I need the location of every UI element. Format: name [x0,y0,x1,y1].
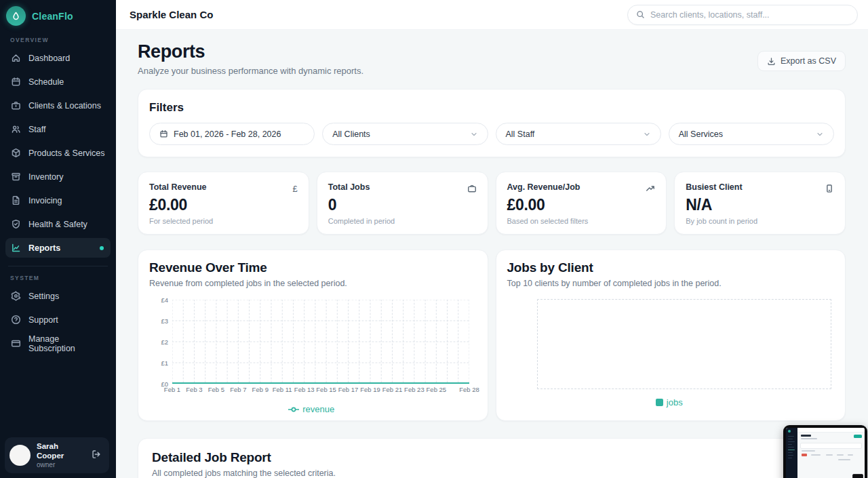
stat-card-busiest-client: Busiest Client N/A By job count in perio… [674,172,846,235]
user-role: owner [37,461,84,470]
search-icon [636,10,645,19]
empty-bar-chart-area [537,299,832,389]
section-label-system: SYSTEM [10,275,116,281]
sidebar-item-label: Health & Safety [28,220,87,229]
stats-row: Total Revenue £ £0.00 For selected perio… [138,172,846,235]
sidebar-item-label: Invoicing [28,196,62,205]
app-window: CleanFlo OVERVIEW Dashboard Schedule Cli… [0,0,868,478]
mini-app-screenshot [786,428,865,478]
gear-icon [11,291,21,301]
chevron-down-icon [643,130,651,138]
chart-subtitle: Top 10 clients by number of completed jo… [507,279,832,288]
sidebar-item-schedule[interactable]: Schedule [5,72,111,92]
export-csv-label: Export as CSV [781,56,836,66]
sidebar-item-label: Reports [28,243,60,253]
company-title: Sparkle Clean Co [130,9,213,20]
line-chart-icon [11,243,21,253]
credit-card-icon [11,338,21,348]
filters-title: Filters [149,101,834,115]
logout-button[interactable] [90,448,102,462]
sidebar-item-label: Schedule [28,77,64,87]
y-axis-labels: £4£3£2£1£0 [149,300,172,384]
stat-value: N/A [686,196,834,214]
search-bar[interactable] [627,5,858,25]
shield-check-icon [11,219,21,229]
sidebar-item-settings[interactable]: Settings [5,286,111,306]
section-label-overview: OVERVIEW [10,37,116,43]
revenue-chart: £4£3£2£1£0 [149,300,474,384]
app-name: CleanFlo [32,11,73,22]
help-circle-icon [11,315,21,325]
sidebar-item-label: Staff [28,125,45,134]
briefcase-icon [467,184,477,195]
stat-label: Busiest Client [686,182,834,192]
sidebar-item-label: Dashboard [28,54,70,63]
stat-label: Avg. Revenue/Job [507,182,656,192]
home-icon [11,53,21,63]
mini-content [797,428,865,478]
sidebar-item-reports[interactable]: Reports [5,238,111,258]
building-icon [825,184,834,195]
chart-plot-area [172,300,469,384]
stat-label: Total Revenue [149,182,298,192]
sidebar: CleanFlo OVERVIEW Dashboard Schedule Cli… [0,0,116,478]
sidebar-item-invoicing[interactable]: Invoicing [5,191,111,210]
sidebar-item-support[interactable]: Support [5,310,111,330]
avatar [9,445,31,466]
calendar-icon [11,77,21,87]
download-icon [767,57,776,66]
chart-title: Revenue Over Time [149,260,474,275]
chart-legend: jobs [507,397,832,407]
legend-square-icon [656,399,663,406]
date-range-picker[interactable]: Feb 01, 2026 - Feb 28, 2026 [149,123,315,145]
clients-filter-select[interactable]: All Clients [322,123,488,145]
detailed-job-report-card: Detailed Job Report All completed jobs m… [138,438,846,478]
sidebar-item-staff[interactable]: Staff [5,119,111,139]
page-title: Reports [138,41,363,62]
staff-filter-select[interactable]: All Staff [496,123,661,145]
user-card[interactable]: Sarah Cooper owner [5,437,109,473]
chart-title: Jobs by Client [507,260,832,275]
trending-up-icon [646,184,655,195]
sidebar-item-label: Clients & Locations [28,101,101,111]
active-indicator-dot [100,246,104,250]
sidebar-item-dashboard[interactable]: Dashboard [5,48,111,68]
search-input[interactable] [650,10,849,20]
detail-title: Detailed Job Report [152,450,831,465]
sidebar-item-clients-locations[interactable]: Clients & Locations [5,96,111,115]
package-icon [11,148,21,158]
stat-caption: By job count in period [686,217,834,225]
x-axis-labels: Feb 1Feb 3Feb 5Feb 7Feb 9Feb 11Feb 13Feb… [172,386,469,395]
users-icon [11,124,21,134]
date-range-value: Feb 01, 2026 - Feb 28, 2026 [174,130,281,139]
calendar-icon [159,130,168,138]
services-filter-select[interactable]: All Services [669,123,834,145]
sidebar-item-label: Settings [28,292,59,301]
archive-icon [11,172,21,182]
briefcase-icon [11,100,21,111]
stat-caption: Based on selected filters [507,217,656,225]
page-subtitle: Analyze your business performance with d… [138,66,363,76]
sidebar-item-label: Manage Subscription [28,334,105,353]
stat-value: £0.00 [507,196,656,214]
sidebar-item-manage-subscription[interactable]: Manage Subscription [5,334,111,353]
app-logo[interactable]: CleanFlo [0,0,116,30]
mini-sidebar [786,428,797,478]
sidebar-item-health-safety[interactable]: Health & Safety [5,214,111,234]
chevron-down-icon [470,130,478,138]
screen-preview-thumbnail [783,425,867,478]
sidebar-item-label: Support [28,315,58,325]
legend-line-icon [288,406,299,413]
export-csv-button[interactable]: Export as CSV [757,51,846,71]
stat-caption: For selected period [149,217,298,225]
legend-label: jobs [667,397,683,407]
clients-filter-value: All Clients [332,130,370,139]
reports-page: Reports Analyze your business performanc… [116,30,868,478]
main-area: Sparkle Clean Co Reports Analyze your bu… [116,0,868,478]
sidebar-divider [8,266,108,266]
sidebar-item-inventory[interactable]: Inventory [5,167,111,186]
stat-value: £0.00 [149,196,298,214]
chevron-down-icon [816,130,824,138]
sidebar-item-label: Inventory [28,172,63,182]
sidebar-item-products-services[interactable]: Products & Services [5,143,111,163]
